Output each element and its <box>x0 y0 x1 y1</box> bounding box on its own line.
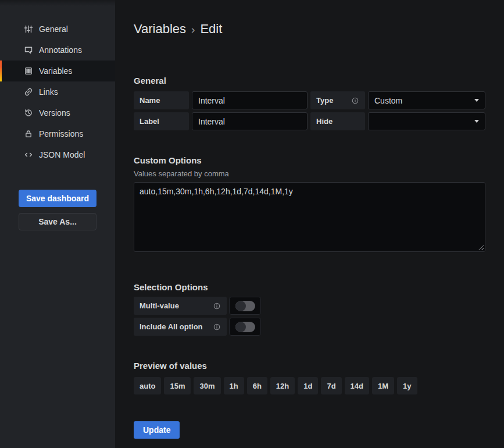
custom-options-hint: Values separated by comma <box>134 169 485 178</box>
name-input[interactable] <box>192 91 308 109</box>
sidebar-item-annotations[interactable]: Annotations <box>0 40 115 61</box>
settings-content: Variables › Edit General Name Type Custo… <box>115 0 504 448</box>
save-dashboard-button[interactable]: Save dashboard <box>19 190 96 207</box>
sidebar-item-label: Permissions <box>39 129 83 138</box>
preview-value-chip: 12h <box>270 377 295 394</box>
toggle-row-include-all-option: Include All option <box>134 318 485 336</box>
toggle-track <box>235 301 255 311</box>
sidebar-item-versions[interactable]: Versions <box>0 102 115 123</box>
lock-icon <box>24 129 33 138</box>
toggle-knob <box>235 301 246 311</box>
preview-value-chip: 1M <box>372 377 394 394</box>
preview-value-chip: 1h <box>224 377 244 394</box>
sidebar-item-links[interactable]: Links <box>0 81 115 102</box>
sidebar-item-label: Versions <box>39 108 70 118</box>
preview-value-chip: 1y <box>397 377 417 394</box>
sidebar-item-label: JSON Model <box>39 150 85 159</box>
breadcrumb: Variables › Edit <box>134 21 504 38</box>
type-select[interactable]: Custom <box>368 91 485 109</box>
sidebar-item-label: Links <box>39 87 58 97</box>
info-icon <box>213 302 221 310</box>
chevron-down-icon <box>474 120 479 123</box>
settings-nav: GeneralAnnotationsVariablesLinksVersions… <box>0 19 115 165</box>
preview-value-chip: 14d <box>345 377 369 394</box>
custom-options-textarea[interactable]: auto,15m,30m,1h,6h,12h,1d,7d,14d,1M,1y <box>134 182 485 252</box>
sidebar-item-json-model[interactable]: JSON Model <box>0 144 115 165</box>
chevron-down-icon <box>474 99 479 102</box>
preview-value-chip: 6h <box>247 377 267 394</box>
info-icon <box>213 323 221 331</box>
multi-value-toggle[interactable] <box>229 297 261 315</box>
toggle-label-include-all-option: Include All option <box>134 318 227 336</box>
code-icon <box>24 150 33 159</box>
sidebar-item-label: Variables <box>39 66 72 76</box>
sliders-icon <box>24 24 33 34</box>
hide-select[interactable] <box>368 112 485 130</box>
breadcrumb-separator-icon: › <box>191 22 195 38</box>
sidebar-item-permissions[interactable]: Permissions <box>0 123 115 144</box>
name-label: Name <box>134 91 189 109</box>
update-button[interactable]: Update <box>134 421 180 439</box>
toggle-track <box>235 322 255 332</box>
breadcrumb-section[interactable]: Variables <box>134 21 186 37</box>
type-select-value: Custom <box>374 96 402 105</box>
preview-value-chip: auto <box>134 377 161 394</box>
preview-value-chip: 7d <box>321 377 341 394</box>
history-icon <box>24 108 33 118</box>
include-all-option-toggle[interactable] <box>229 318 261 336</box>
toggle-label-text: Multi-value <box>140 301 179 310</box>
variables-grid-icon <box>24 66 33 76</box>
preview-value-chip: 30m <box>194 377 220 394</box>
selection-options-section-title: Selection Options <box>134 283 485 292</box>
link-icon <box>24 87 33 97</box>
toggle-label-text: Include All option <box>140 322 203 331</box>
type-label: Type <box>310 91 365 109</box>
preview-value-chip: 15m <box>164 377 191 394</box>
settings-sidebar: GeneralAnnotationsVariablesLinksVersions… <box>0 0 115 448</box>
sidebar-item-label: Annotations <box>39 45 82 55</box>
toggle-row-multi-value: Multi-value <box>134 297 485 315</box>
label-input[interactable] <box>192 112 308 130</box>
general-section-title: General <box>134 76 485 86</box>
type-label-text: Type <box>316 96 333 105</box>
sidebar-item-variables[interactable]: Variables <box>0 61 115 81</box>
breadcrumb-page: Edit <box>200 21 222 37</box>
comment-icon <box>24 45 33 55</box>
hide-label-text: Hide <box>316 117 333 126</box>
name-type-row: Name Type Custom <box>134 91 485 109</box>
toggle-knob <box>235 322 246 332</box>
hide-label: Hide <box>310 112 365 130</box>
custom-options-textarea-wrap: auto,15m,30m,1h,6h,12h,1d,7d,14d,1M,1y <box>134 182 485 252</box>
sidebar-item-label: General <box>39 24 68 34</box>
info-icon <box>351 97 359 105</box>
selection-toggles: Multi-valueInclude All option <box>134 297 485 336</box>
toggle-label-multi-value: Multi-value <box>134 297 227 315</box>
preview-value-chip: 1d <box>298 377 318 394</box>
sidebar-actions: Save dashboard Save As... <box>0 190 115 230</box>
label-hide-row: Label Hide <box>134 112 485 130</box>
save-as-button[interactable]: Save As... <box>19 213 96 230</box>
sidebar-item-general[interactable]: General <box>0 19 115 40</box>
label-label: Label <box>134 112 189 130</box>
preview-section-title: Preview of values <box>134 361 485 371</box>
custom-options-section-title: Custom Options <box>134 156 485 165</box>
preview-values: auto15m30m1h6h12h1d7d14d1M1y <box>134 377 485 394</box>
